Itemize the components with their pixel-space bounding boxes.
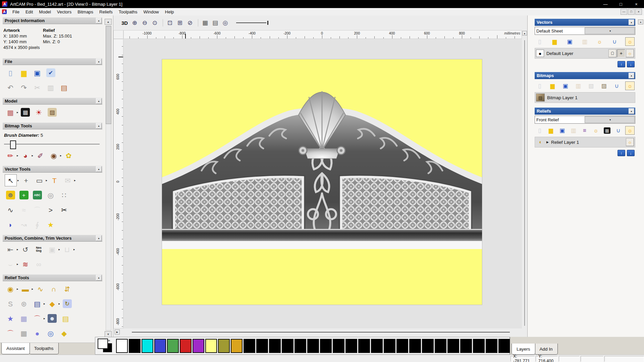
palette-swatch[interactable] (460, 339, 472, 353)
palette-swatch[interactable] (409, 339, 421, 353)
reverse-curve-button[interactable]: ∮ (32, 219, 43, 230)
palette-swatch[interactable] (116, 339, 128, 353)
palette-swatch[interactable] (333, 339, 344, 353)
tab-layers[interactable]: Layers (512, 344, 535, 355)
create-star-button[interactable]: ★ (45, 219, 56, 230)
block-copy-rotate-button[interactable]: + (18, 189, 30, 201)
layers-scrollbar[interactable]: ▲ (638, 19, 643, 335)
vertical-scrollbar[interactable]: ▲ (522, 30, 527, 336)
greyscale-bitmap-button[interactable]: ▧ (587, 82, 595, 90)
flyout-arrow-icon[interactable]: ▸ (32, 287, 34, 291)
align-vectors-button[interactable]: ⇤ (5, 244, 16, 255)
canvas-viewport[interactable] (123, 39, 522, 328)
layer-visibility-button[interactable]: ☼ (626, 49, 634, 57)
slice-vectors-button[interactable]: ∞ (33, 258, 45, 270)
toggle-snap-button[interactable]: ▦ (201, 18, 210, 27)
create-fillet-button[interactable]: > (45, 204, 56, 216)
lock-layer-button[interactable]: Ω (608, 49, 616, 57)
palette-swatch[interactable] (282, 339, 293, 353)
palette-swatch[interactable] (244, 339, 255, 353)
save-relief-layer-button[interactable]: ▣ (558, 126, 567, 134)
horizontal-scrollbar[interactable]: ▶ (113, 329, 522, 336)
collapse-icon[interactable]: ▲ (96, 98, 102, 104)
sheet-selector[interactable]: Default Sheet ▼ (535, 27, 635, 35)
palette-swatch[interactable] (142, 339, 153, 353)
load-background-image-button[interactable]: ▨ (47, 107, 58, 118)
nesting-button[interactable]: Nes ting (33, 244, 45, 255)
collapse-icon[interactable]: ▲ (96, 166, 102, 172)
yellow-wrap-shape-button[interactable]: ◆ (58, 327, 70, 339)
palette-swatch[interactable] (256, 339, 268, 353)
relief-layer-visibility-button[interactable]: ☼ (626, 138, 634, 146)
merge-vector-layers-button[interactable]: ▥ (580, 38, 589, 46)
palette-swatch[interactable] (371, 339, 383, 353)
relief-visibility-button[interactable]: ☼ (592, 126, 600, 134)
flyout-arrow-icon[interactable]: ▸ (73, 248, 75, 251)
redo-button[interactable]: ↷ (18, 82, 30, 93)
slider-handle[interactable] (267, 21, 268, 25)
close-button[interactable]: × (629, 0, 644, 8)
toggle-layer-visibility-button[interactable]: ☼ (595, 38, 604, 46)
collapse-icon[interactable]: ▲ (96, 18, 102, 23)
minimize-button[interactable]: — (598, 0, 613, 8)
menu-vectors[interactable]: Vectors (54, 9, 74, 14)
scrollbar-thumb[interactable] (524, 40, 525, 326)
scroll-up-icon[interactable]: ▲ (105, 19, 112, 25)
block-paste-button[interactable]: ∷ (58, 189, 70, 201)
free-sketch-button[interactable]: ≈ (18, 204, 30, 216)
colour-palette-button[interactable]: ◉ (48, 150, 59, 161)
chevron-down-icon[interactable]: ▼ (585, 116, 635, 123)
menu-window[interactable]: Window (141, 9, 162, 14)
clipart-library-button[interactable]: ▦ (18, 313, 30, 324)
angled-plane-button[interactable]: ◆ (47, 298, 58, 309)
copy-transform-relief-button[interactable]: ↻ (61, 298, 73, 309)
menu-edit[interactable]: Edit (22, 9, 36, 14)
join-vectors-button[interactable]: ↝ (18, 219, 30, 230)
show-all-relief-layers-button[interactable]: ☼ (625, 126, 635, 135)
bitmap-layer-row[interactable]: ▨ Bitmap Layer 1 (535, 92, 635, 103)
collapse-icon[interactable]: ▲ (629, 19, 634, 25)
open-vector-layer-button[interactable]: ▆ (550, 38, 559, 46)
artwork-canvas[interactable] (162, 59, 482, 305)
palette-swatch[interactable] (154, 339, 166, 353)
move-layer-up-button[interactable]: ↑ (618, 61, 625, 67)
collapse-icon[interactable]: ▲ (96, 123, 102, 129)
shape-editor-button[interactable]: ◉ (5, 283, 16, 295)
merge-relief-button[interactable]: ∩ (48, 283, 59, 295)
menu-model[interactable]: Model (36, 9, 54, 14)
snap-to-layer-button[interactable]: ⌖ (617, 49, 625, 57)
palette-swatch[interactable] (345, 339, 357, 353)
vector-texture-button[interactable]: ≋ (20, 258, 31, 270)
toggle-guides-button[interactable]: ▤ (211, 18, 220, 27)
brush-diameter-slider[interactable] (4, 140, 100, 148)
palette-swatch[interactable] (422, 339, 434, 353)
vector-library-button[interactable]: ABC (32, 189, 43, 201)
open-bitmap-layer-button[interactable]: ▆ (548, 82, 557, 90)
wrap-text-on-curve-button[interactable]: ↺ (20, 244, 31, 255)
open-relief-layer-button[interactable]: ▆ (547, 126, 555, 134)
merge-relief-layers-button[interactable]: ▥ (569, 126, 578, 134)
paste-button[interactable]: ▤ (58, 82, 70, 93)
stack-reliefs-button[interactable]: ≡ (580, 126, 589, 134)
zoom-1to1-button[interactable]: ⊘ (185, 18, 195, 27)
trim-vectors-button[interactable]: ✂ (58, 204, 70, 216)
paint-button[interactable]: ✏ (5, 150, 16, 161)
model-preferences-button[interactable]: ✔ (45, 67, 56, 78)
copy-button[interactable]: ▥ (45, 82, 56, 93)
paste-relief-button[interactable]: ▤ (60, 313, 71, 324)
red-dome-shape-button[interactable]: ⌒ (5, 327, 16, 339)
create-text-button[interactable]: T (49, 175, 60, 186)
lighting-button[interactable]: ☀ (33, 107, 45, 118)
new-bitmap-layer-button[interactable]: ▯ (535, 82, 544, 90)
view-3d-button[interactable]: 3D (120, 18, 129, 27)
palette-swatch[interactable] (218, 339, 230, 353)
texture-relief-button[interactable]: ▤ (32, 298, 43, 309)
zoom-objects-button[interactable]: ◎ (221, 18, 230, 27)
flyout-arrow-icon[interactable]: ▸ (74, 179, 76, 182)
menu-bitmaps[interactable]: Bitmaps (74, 9, 96, 14)
relief-layer-row[interactable]: ◖ ▶ Relief Layer 1 ☼ (535, 137, 635, 147)
menu-toolpaths[interactable]: Toolpaths (116, 9, 141, 14)
save-model-button[interactable]: ▣ (32, 67, 43, 78)
palette-swatch[interactable] (167, 339, 179, 353)
flyout-arrow-icon[interactable]: ▸ (17, 248, 18, 251)
